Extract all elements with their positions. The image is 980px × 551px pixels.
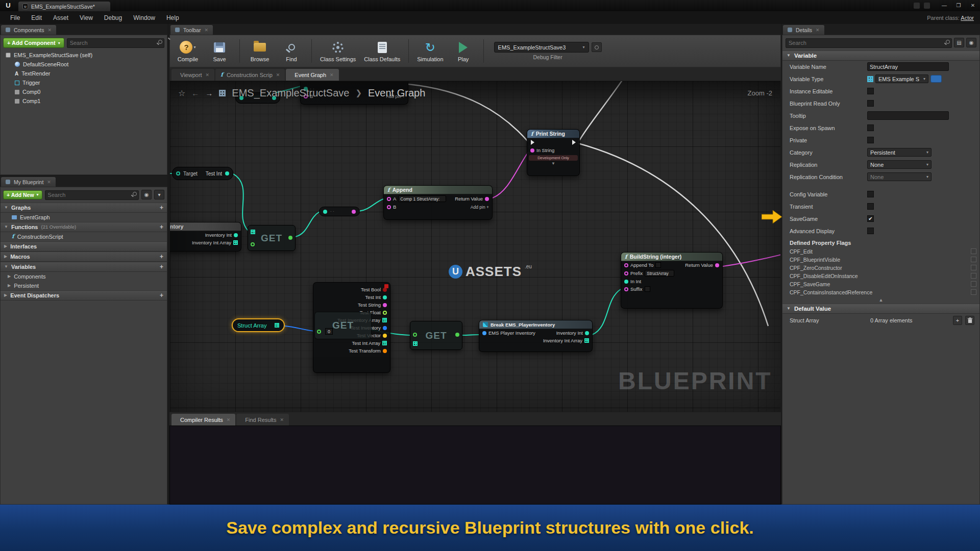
pin-return-value[interactable] [485, 197, 489, 201]
tab-find-results[interactable]: Find Results✕ [236, 414, 289, 425]
flag-checkbox[interactable] [971, 273, 976, 279]
pin-int-array[interactable] [233, 240, 238, 245]
pin-a[interactable] [387, 197, 391, 201]
variable-category-persistent[interactable]: ▶ Persistent [1, 281, 167, 290]
browse-button[interactable]: Browse [248, 40, 272, 62]
pin-b[interactable] [387, 205, 391, 209]
close-tab-icon[interactable]: ✕ [204, 28, 208, 33]
variable-category-components[interactable]: ▶ Components [1, 272, 167, 281]
tab-viewport[interactable]: Viewport✕ [172, 69, 214, 81]
pin-string[interactable] [352, 210, 356, 214]
pin-index[interactable] [251, 242, 255, 246]
flag-checkbox[interactable] [971, 257, 976, 262]
pin-array[interactable] [382, 318, 387, 322]
component-row-comp0[interactable]: Comp0 [1, 87, 167, 96]
replication-condition-dropdown[interactable]: None▾ [867, 172, 932, 181]
add-macro-button[interactable]: + [160, 253, 163, 260]
pin-int[interactable] [234, 233, 238, 237]
section-variable[interactable]: ▼ Variable [782, 51, 979, 61]
maximize-button[interactable]: ❐ [951, 0, 966, 11]
back-arrow-icon[interactable]: ← [191, 89, 199, 97]
pin-struct[interactable] [383, 326, 387, 330]
menu-debug[interactable]: Debug [99, 13, 127, 23]
pin-int[interactable] [383, 295, 387, 299]
pin-transform[interactable] [383, 349, 387, 353]
section-graphs[interactable]: ▼ Graphs + [1, 203, 167, 213]
menu-view[interactable]: View [75, 13, 98, 23]
section-macros[interactable]: ▶ Macros + [1, 252, 167, 262]
add-graph-button[interactable]: + [160, 204, 163, 211]
pin-output[interactable] [288, 236, 292, 240]
component-row-textrender[interactable]: A TextRender [1, 69, 167, 78]
pin-int-array-out[interactable] [584, 338, 589, 343]
append-to-checkbox[interactable] [655, 262, 661, 268]
instance-editable-checkbox[interactable] [867, 88, 874, 94]
pin-in-string[interactable] [530, 148, 534, 153]
savegame-checkbox[interactable]: ✔ [867, 215, 874, 222]
minimize-button[interactable]: — [937, 0, 951, 11]
pin-return-value[interactable] [715, 263, 719, 267]
container-type-button[interactable] [930, 75, 942, 83]
simulation-button[interactable]: ↻ Simulation [417, 40, 443, 62]
config-variable-checkbox[interactable] [867, 191, 874, 197]
add-new-button[interactable]: + Add New▾ [3, 190, 42, 199]
close-tab-icon[interactable]: ✕ [280, 417, 284, 422]
class-defaults-button[interactable]: Class Defaults [364, 40, 400, 62]
pin-exec-in[interactable] [531, 140, 534, 145]
visibility-filter-button[interactable]: ◉ [141, 190, 152, 199]
section-interfaces[interactable]: ▶ Interfaces [1, 241, 167, 252]
node-get-overlay[interactable]: GET 0 [314, 312, 372, 339]
tab-compiler-results[interactable]: Compiler Results✕ [172, 414, 235, 425]
pin-float[interactable] [383, 311, 387, 315]
pin-string[interactable] [383, 303, 387, 307]
asset-window-tab[interactable]: u EMS_ExampleStructSave* [18, 2, 110, 11]
add-array-element-button[interactable]: + [953, 316, 962, 325]
find-button[interactable]: Find [280, 40, 303, 62]
node-reroute[interactable]: · · [319, 207, 360, 216]
close-tab-icon[interactable]: ✕ [816, 28, 820, 33]
section-default-value[interactable]: ▼ Default Value [782, 304, 979, 314]
add-variable-button[interactable]: + [160, 263, 163, 270]
pin-int[interactable] [176, 171, 180, 176]
node-get-1[interactable]: GET [248, 225, 296, 251]
node-get-2[interactable]: GET [410, 321, 462, 350]
tab-my-blueprint[interactable]: My Blueprint ✕ [1, 177, 56, 187]
blueprint-read-only-checkbox[interactable] [867, 100, 874, 107]
pin-int[interactable] [323, 210, 327, 214]
node-struct-array-variable[interactable]: Struct Array [232, 318, 285, 332]
add-function-button[interactable]: + [160, 223, 163, 231]
pin-int-array[interactable] [382, 341, 387, 345]
close-tab-icon[interactable]: ✕ [227, 417, 231, 422]
menu-edit[interactable]: Edit [26, 13, 47, 23]
section-functions[interactable]: ▼ Functions (21 Overridable) + [1, 222, 167, 232]
tab-event-graph[interactable]: Event Graph✕ [286, 69, 338, 81]
close-tab-icon[interactable]: ✕ [330, 72, 334, 78]
debug-object-dropdown[interactable]: EMS_ExampleStructSave3 ▾ [494, 42, 589, 53]
pin-struct-array[interactable] [275, 323, 279, 328]
pin-int[interactable] [225, 171, 229, 176]
close-tab-icon[interactable]: ✕ [206, 72, 210, 78]
save-button[interactable]: Save [208, 40, 231, 62]
collapse-advanced-icon[interactable]: ▲ [782, 296, 979, 304]
component-self-row[interactable]: EMS_ExampleStructSave (self) [1, 51, 167, 60]
node-inventory-partial[interactable]: ntory Inventory Int Inventory Int Array [169, 222, 241, 252]
suffix-checkbox[interactable] [645, 286, 650, 292]
chevron-down-icon[interactable]: ▼ [527, 161, 579, 166]
parent-class-link[interactable]: Actor [961, 15, 974, 21]
node-print-string[interactable]: fPrint String In String Development Only… [527, 129, 580, 176]
variable-name-input[interactable] [867, 62, 949, 71]
component-row-defaultsceneroot[interactable]: DefaultSceneRoot [1, 60, 167, 69]
add-event-dispatcher-button[interactable]: + [160, 292, 163, 299]
pin-struct-input[interactable] [482, 331, 486, 335]
add-pin-button[interactable]: Add pin + [471, 205, 489, 210]
variable-type-dropdown[interactable]: EMS Example S▾ [875, 74, 928, 83]
private-checkbox[interactable] [867, 137, 874, 143]
section-variables[interactable]: ▼ Variables + [1, 262, 167, 272]
close-tab-icon[interactable]: ✕ [48, 28, 52, 33]
display-filter-eye-icon[interactable]: ◉ [966, 38, 976, 47]
append-a-value[interactable]: Comp 1 StructArray: [398, 195, 446, 202]
node-append[interactable]: fAppend A Comp 1 StructArray: Return Val… [383, 185, 493, 220]
property-matrix-icon[interactable]: ▤ [954, 38, 964, 47]
tab-construction-script[interactable]: f Construction Scrip✕ [215, 69, 285, 81]
breadcrumb-root[interactable]: EMS_ExampleStructSave [232, 87, 349, 99]
